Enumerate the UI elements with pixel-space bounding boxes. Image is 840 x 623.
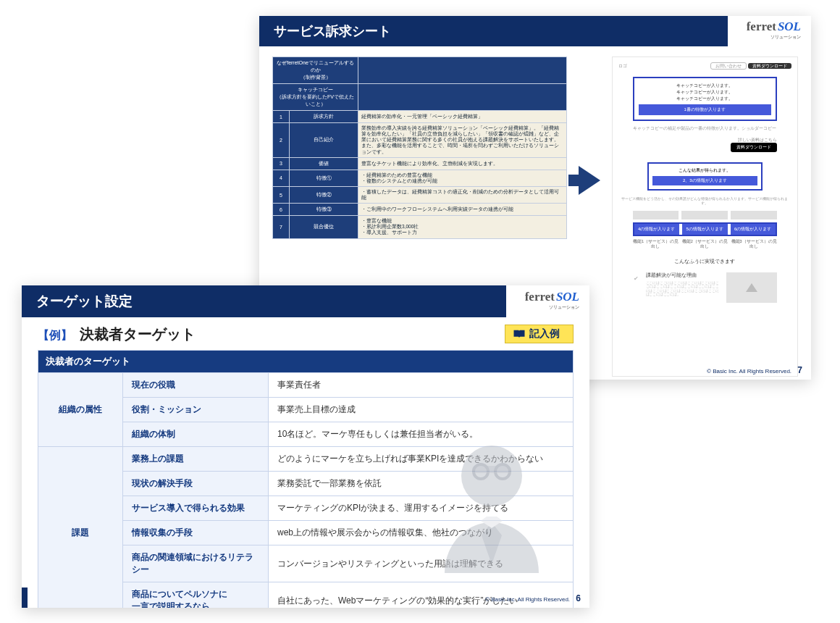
group-org: 組織の属性 — [38, 373, 123, 447]
persona-icon — [430, 435, 553, 573]
slide-title-bar: サービス訴求シート ferretSOL ソリューション — [259, 16, 811, 46]
group-issue: 課題 — [38, 447, 123, 609]
lp-cta-button: 資料ダウンロード — [731, 143, 777, 152]
lp-feature-bg — [633, 211, 777, 219]
lp-hero: キャッチコピーが入ります。 キャッチコピーが入ります。 キャッチコピーが入ります… — [633, 77, 777, 121]
footer-accent — [22, 588, 28, 608]
lp-contact-button: お問い合わせ — [710, 62, 747, 70]
svg-point-0 — [461, 446, 522, 506]
lp-download-button: 資料ダウンロード — [748, 63, 791, 69]
page-number: 7 — [797, 365, 802, 375]
lp-feature-row: 4の情報が入ります 5の情報が入ります 6の情報が入ります — [633, 222, 777, 236]
table-title: 決裁者のターゲット — [38, 351, 574, 373]
arrow-icon — [579, 166, 600, 195]
svg-rect-1 — [472, 466, 511, 473]
slide-title: ターゲット設定 — [36, 292, 133, 311]
page-number: 6 — [576, 593, 581, 603]
lp-result: こんな結果が得られます。 2、3の情報が入ります — [647, 162, 763, 191]
brand-logo: ferretSOL ソリューション — [506, 285, 589, 317]
section-heading: 決裁者ターゲット — [80, 325, 196, 344]
slide-title-bar: ターゲット設定 ferretSOL ソリューション — [22, 285, 589, 317]
brand-logo: ferretSOL ソリューション — [728, 16, 811, 46]
example-tag: 【例】 — [38, 328, 72, 343]
claim-sheet-table: なぜferretOneでリニューアルするのか （制作背景） キャッチコピー （訴… — [272, 57, 567, 239]
image-placeholder-icon — [726, 272, 777, 303]
landing-page-mock: ロゴ お問い合わせ 資料ダウンロード キャッチコピーが入ります。 キャッチコピー… — [612, 57, 798, 377]
check-icon: ✔ — [633, 275, 640, 282]
slide-target-setting: ターゲット設定 ferretSOL ソリューション 【例】 決裁者ターゲット 記… — [22, 285, 589, 608]
slide-footer: © Basic Inc. All Rights Reserved. 7 — [707, 365, 802, 375]
memo-badge: 記入例 — [505, 325, 574, 343]
book-icon — [513, 329, 526, 339]
lp-logo: ロゴ — [618, 63, 627, 70]
slide-title: サービス訴求シート — [274, 22, 391, 40]
slide-footer: © Basic Inc. All Rights Reserved. 6 — [485, 593, 581, 603]
